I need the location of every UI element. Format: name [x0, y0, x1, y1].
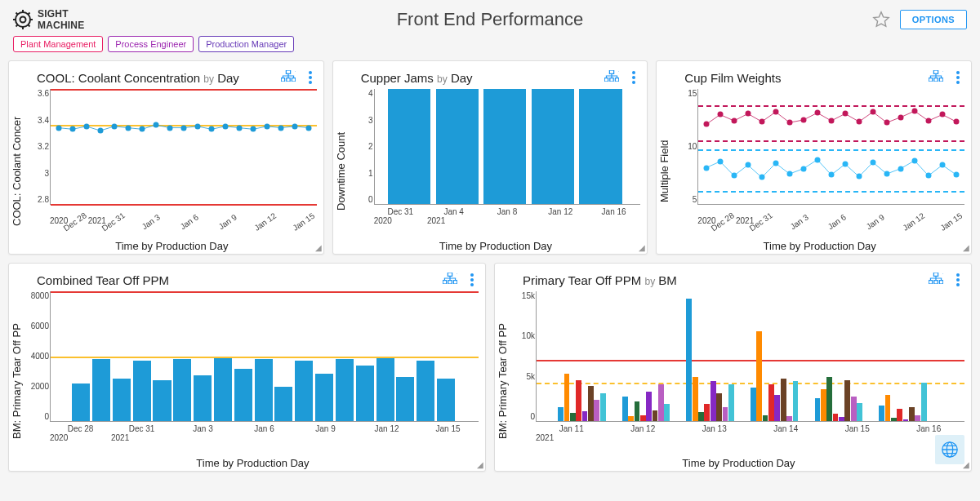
svg-rect-25	[939, 281, 942, 284]
x-axis-label: Time by Production Day	[513, 457, 964, 469]
x-ticks: Dec 31Jan 4Jan 8Jan 12Jan 16	[351, 207, 641, 216]
y-ticks: 15105	[675, 89, 697, 204]
y-axis-label: Downtime Count	[333, 89, 351, 254]
x-axis-label: Time by Production Day	[675, 240, 964, 252]
svg-rect-7	[610, 70, 614, 73]
options-button[interactable]: OPTIONS	[900, 10, 967, 29]
hierarchy-button[interactable]: +	[281, 70, 296, 85]
favorite-star-icon[interactable]	[872, 11, 890, 29]
hierarchy-icon: +	[443, 273, 457, 284]
y-axis-label: COOL: Coolant Concer	[9, 89, 27, 254]
hierarchy-button[interactable]: +	[443, 273, 457, 287]
svg-text:+: +	[942, 273, 943, 277]
y-ticks: 80006000400020000	[28, 291, 49, 421]
plot-area: 3.63.43.232.8	[50, 89, 317, 205]
hierarchy-button[interactable]: +	[929, 70, 943, 85]
svg-rect-18	[443, 281, 446, 284]
svg-rect-4	[286, 78, 289, 82]
card-title: Cupper Jams by Day	[361, 71, 473, 85]
svg-rect-15	[939, 78, 942, 82]
svg-text:+: +	[618, 70, 619, 75]
card-title: Primary Tear Off PPM by BM	[523, 273, 677, 287]
resize-handle[interactable]: ◢	[963, 243, 969, 252]
y-ticks: 43210	[352, 89, 373, 204]
x-ticks: Dec 28Dec 31Jan 3Jan 6Jan 9Jan 12Jan 15	[675, 207, 964, 216]
y-axis-label: BM: Primary Tear Off PP	[495, 291, 513, 471]
svg-rect-2	[286, 70, 290, 73]
svg-rect-12	[933, 70, 938, 73]
tag-production-manager[interactable]: Production Manager	[198, 36, 294, 52]
card-primary: Primary Tear Off PPM by BM + BM: Primary…	[494, 263, 972, 472]
card-menu-button[interactable]	[305, 69, 315, 86]
svg-rect-14	[934, 78, 938, 82]
svg-rect-3	[281, 78, 284, 82]
svg-rect-24	[934, 281, 938, 284]
x-ticks: Dec 28Dec 31Jan 3Jan 6Jan 9Jan 12Jan 15	[27, 424, 479, 433]
card-title: COOL: Coolant Concentration by Day	[37, 71, 239, 85]
globe-icon	[941, 441, 959, 459]
svg-text:+: +	[457, 273, 457, 277]
page-title: Front End Performance	[397, 9, 584, 30]
plot-area: 43210	[374, 89, 641, 205]
hierarchy-icon: +	[281, 70, 296, 82]
y-ticks: 15k10k5k0	[514, 291, 535, 421]
card-combined: Combined Tear Off PPM + BM: Primary Tear…	[8, 263, 486, 472]
y-axis-label: Multiple Field	[657, 89, 675, 254]
x-ticks: Dec 28Dec 31Jan 3Jan 6Jan 9Jan 12Jan 15	[27, 207, 317, 216]
svg-rect-10	[616, 78, 619, 82]
hierarchy-button[interactable]: +	[604, 70, 619, 85]
svg-rect-22	[933, 273, 938, 276]
card-coolant: COOL: Coolant Concentration by Day + COO…	[8, 60, 324, 255]
y-axis-label: BM: Primary Tear Off PP	[9, 291, 27, 471]
hierarchy-icon: +	[929, 273, 943, 284]
y-ticks: 3.63.43.232.8	[28, 89, 49, 204]
svg-rect-8	[605, 78, 608, 82]
card-menu-button[interactable]	[629, 69, 639, 86]
plot-area: 15105	[697, 89, 964, 205]
x-ticks: Jan 11Jan 12Jan 13Jan 14Jan 15Jan 16	[513, 424, 964, 433]
svg-point-1	[20, 17, 26, 23]
resize-handle[interactable]: ◢	[315, 243, 322, 252]
resize-handle[interactable]: ◢	[639, 243, 645, 252]
card-title: Combined Tear Off PPM	[37, 273, 169, 287]
card-film: Cup Film Weights + Multiple Field 15105 …	[656, 60, 972, 255]
card-menu-button[interactable]	[953, 272, 963, 288]
tag-process-engineer[interactable]: Process Engineer	[108, 36, 194, 52]
card-cupper: Cupper Jams by Day + Downtime Count 4321…	[332, 60, 648, 255]
svg-rect-13	[929, 78, 932, 82]
x-axis-label: Time by Production Day	[27, 240, 317, 252]
svg-rect-17	[448, 273, 452, 276]
svg-text:+: +	[295, 70, 296, 75]
hierarchy-button[interactable]: +	[929, 273, 943, 287]
tag-row: Plant Management Process Engineer Produc…	[0, 36, 980, 60]
hierarchy-icon: +	[604, 70, 619, 82]
gear-icon	[13, 10, 33, 29]
card-menu-button[interactable]	[953, 69, 963, 86]
brand-line1: SIGHT	[38, 8, 84, 20]
brand-line2: MACHINE	[38, 20, 84, 31]
hierarchy-icon: +	[929, 70, 943, 82]
svg-rect-5	[292, 78, 295, 82]
brand-logo: SIGHT MACHINE	[13, 8, 84, 31]
tag-plant-management[interactable]: Plant Management	[13, 36, 103, 52]
svg-rect-20	[453, 281, 457, 284]
card-menu-button[interactable]	[467, 272, 477, 288]
x-axis-label: Time by Production Day	[27, 457, 479, 469]
plot-area: 15k10k5k0	[536, 291, 964, 422]
svg-rect-19	[448, 281, 452, 284]
x-axis-label: Time by Production Day	[351, 240, 641, 252]
svg-text:+: +	[942, 70, 943, 75]
resize-handle[interactable]: ◢	[477, 460, 483, 469]
card-title: Cup Film Weights	[684, 71, 781, 85]
plot-area: 80006000400020000	[50, 291, 479, 422]
svg-rect-23	[929, 281, 932, 284]
svg-rect-9	[610, 78, 613, 82]
svg-point-0	[16, 12, 30, 27]
globe-button[interactable]	[935, 435, 964, 464]
